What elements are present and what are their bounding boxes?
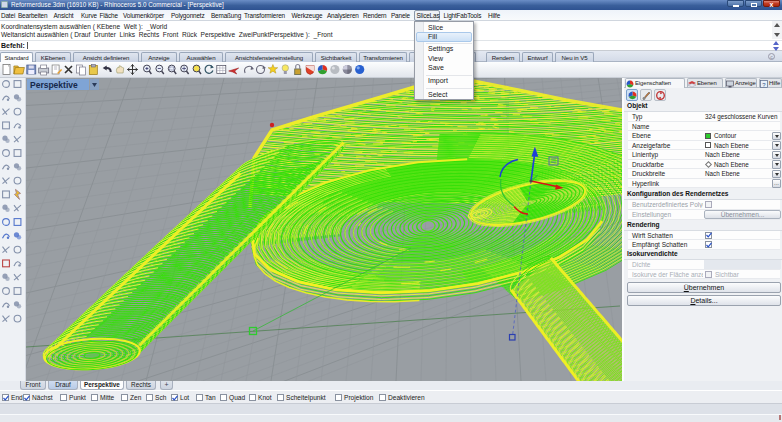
svg-text:Perspektive: Perspektive <box>30 80 78 90</box>
